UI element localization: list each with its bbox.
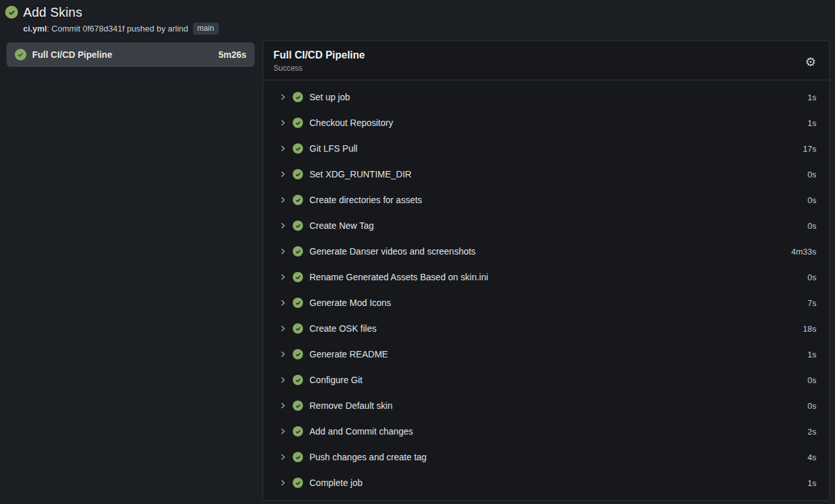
run-content: Full CI/CD Pipeline 5m26s Full CI/CD Pip… (5, 40, 830, 501)
step-duration: 4s (807, 453, 816, 462)
step-name: Remove Default skin (308, 401, 802, 411)
run-success-check-icon (5, 6, 18, 19)
step-success-check-icon (293, 452, 303, 462)
steps-list: Set up job 1s (263, 80, 829, 500)
step-name: Git LFS Pull (308, 143, 798, 154)
chevron-right-icon[interactable] (279, 453, 288, 462)
job-panel-header: Full CI/CD Pipeline Success ⚙︎ (263, 41, 829, 80)
step-duration: 17s (803, 144, 816, 154)
step-row[interactable]: Generate Danser videos and screenshots 4… (279, 239, 816, 264)
step-name: Add and Commit changes (308, 426, 802, 437)
step-success-check-icon (293, 118, 303, 128)
run-title: Add Skins (23, 5, 82, 20)
gear-icon[interactable]: ⚙︎ (803, 54, 818, 69)
job-status-text: Success (273, 64, 816, 73)
chevron-right-icon[interactable] (279, 350, 288, 359)
step-duration: 1s (807, 478, 816, 488)
step-name: Create New Tag (308, 221, 802, 231)
step-row[interactable]: Generate README 1s (279, 341, 816, 367)
step-row[interactable]: Set up job 1s (279, 84, 816, 110)
step-duration: 1s (807, 350, 816, 359)
step-duration: 18s (803, 324, 816, 334)
step-success-check-icon (293, 169, 303, 179)
step-success-check-icon (293, 375, 303, 385)
step-success-check-icon (293, 478, 303, 488)
step-success-check-icon (293, 323, 303, 334)
job-panel-title: Full CI/CD Pipeline (273, 49, 816, 62)
job-detail-panel: Full CI/CD Pipeline Success ⚙︎ (262, 40, 830, 501)
step-success-check-icon (293, 246, 303, 256)
step-name: Set XDG_RUNTIME_DIR (308, 169, 802, 179)
step-name: Create directories for assets (308, 195, 802, 205)
step-duration: 0s (807, 221, 816, 231)
step-name: Checkout Repository (308, 118, 802, 128)
step-success-check-icon (293, 349, 303, 359)
step-name: Generate Danser videos and screenshots (308, 246, 786, 256)
step-duration: 7s (807, 298, 816, 308)
commit-info-text: : Commit 0f678d341f pushed by arlind (47, 24, 188, 33)
chevron-right-icon[interactable] (279, 401, 288, 410)
step-success-check-icon (293, 92, 303, 102)
step-duration: 2s (807, 427, 816, 437)
step-row[interactable]: Push changes and create tag 4s (279, 444, 816, 470)
step-success-check-icon (293, 195, 303, 205)
step-success-check-icon (293, 143, 303, 154)
step-row[interactable]: Git LFS Pull 17s (279, 136, 816, 161)
step-row[interactable]: Generate Mod Icons 7s (279, 290, 816, 316)
step-duration: 0s (807, 195, 816, 205)
step-duration: 4m33s (791, 247, 816, 256)
step-row[interactable]: Create New Tag 0s (279, 213, 816, 239)
job-duration: 5m26s (218, 50, 246, 60)
step-duration: 1s (807, 118, 816, 128)
step-row[interactable]: Create OSK files 18s (279, 316, 816, 341)
step-name: Set up job (308, 92, 802, 102)
step-success-check-icon (293, 426, 303, 437)
step-duration: 0s (807, 170, 816, 179)
chevron-right-icon[interactable] (279, 144, 288, 153)
chevron-right-icon[interactable] (279, 221, 288, 230)
chevron-right-icon[interactable] (279, 247, 288, 256)
step-row[interactable]: Configure Git 0s (279, 367, 816, 393)
step-row[interactable]: Create directories for assets 0s (279, 187, 816, 213)
step-success-check-icon (293, 272, 303, 282)
job-item-full-cicd-pipeline[interactable]: Full CI/CD Pipeline 5m26s (6, 42, 255, 67)
step-duration: 0s (807, 375, 816, 385)
job-name: Full CI/CD Pipeline (32, 50, 212, 60)
step-name: Complete job (308, 478, 802, 488)
step-success-check-icon (293, 221, 303, 231)
step-row[interactable]: Remove Default skin 0s (279, 393, 816, 419)
actions-run-page: Add Skins ci.yml: Commit 0f678d341f push… (0, 0, 835, 504)
run-header: Add Skins ci.yml: Commit 0f678d341f push… (5, 4, 830, 35)
chevron-right-icon[interactable] (279, 195, 288, 204)
workflow-file-name: ci.yml (23, 24, 47, 33)
step-row[interactable]: Set XDG_RUNTIME_DIR 0s (279, 161, 816, 187)
chevron-right-icon[interactable] (279, 478, 288, 487)
step-success-check-icon (293, 298, 303, 308)
step-name: Generate Mod Icons (308, 298, 802, 308)
step-name: Create OSK files (308, 323, 798, 334)
step-duration: 0s (807, 401, 816, 411)
chevron-right-icon[interactable] (279, 170, 288, 179)
step-row[interactable]: Checkout Repository 1s (279, 110, 816, 136)
step-name: Push changes and create tag (308, 452, 802, 462)
branch-badge[interactable]: main (193, 22, 219, 35)
chevron-right-icon[interactable] (279, 118, 288, 127)
chevron-right-icon[interactable] (279, 298, 288, 307)
job-success-check-icon (15, 49, 26, 60)
step-duration: 1s (807, 93, 816, 102)
chevron-right-icon[interactable] (279, 375, 288, 384)
step-duration: 0s (807, 273, 816, 282)
chevron-right-icon[interactable] (279, 273, 288, 282)
step-name: Generate README (308, 349, 802, 359)
step-success-check-icon (293, 401, 303, 411)
chevron-right-icon[interactable] (279, 427, 288, 436)
run-subtitle: ci.yml: Commit 0f678d341f pushed by arli… (23, 22, 830, 35)
step-name: Rename Generated Assets Based on skin.in… (308, 272, 802, 282)
chevron-right-icon[interactable] (279, 93, 288, 102)
jobs-sidebar: Full CI/CD Pipeline 5m26s (5, 40, 255, 67)
step-row[interactable]: Add and Commit changes 2s (279, 419, 816, 444)
chevron-right-icon[interactable] (279, 324, 288, 333)
step-row[interactable]: Complete job 1s (279, 470, 816, 496)
step-row[interactable]: Rename Generated Assets Based on skin.in… (279, 264, 816, 290)
step-name: Configure Git (308, 375, 802, 385)
